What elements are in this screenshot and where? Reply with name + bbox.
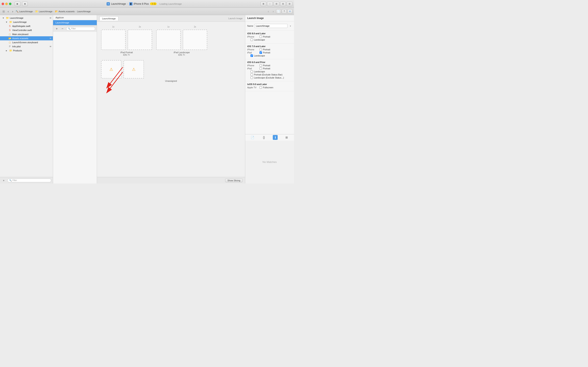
ios6-ipad-portrait-cb[interactable] bbox=[259, 67, 262, 70]
section-ios6: iOS 6.0 and Prior iPhone Portrait iPad P… bbox=[245, 59, 294, 81]
unassigned-section: ⚠ ⚠ Unassigned bbox=[101, 60, 241, 82]
tvos9-appletv-label: Apple TV bbox=[247, 86, 259, 89]
sidebar-add-button[interactable]: + bbox=[2, 178, 6, 183]
sidebar-label-assets: Assets.xcassets bbox=[12, 37, 49, 40]
app-icon: ⚙ bbox=[107, 2, 110, 6]
toolbar-right-btn-2[interactable]: ? bbox=[282, 9, 287, 14]
asset-filter-input[interactable]: 🔍 Filter bbox=[66, 27, 95, 31]
close-button[interactable] bbox=[2, 3, 4, 5]
unassigned-box-1[interactable]: ⚠ bbox=[101, 60, 121, 78]
right-panel: Launch Image Name ▾ iOS 8.0 and Later iP… bbox=[245, 15, 294, 184]
right-panel-no-matches: No Matches bbox=[245, 141, 294, 184]
sidebar-item-launch-image-child[interactable]: ▶ 📁 LaunchImage bbox=[0, 20, 53, 24]
breadcrumb-item-2[interactable]: 📁 LaunchImage bbox=[35, 10, 52, 13]
ipad-portrait-section: 1x 2x iPad PortraitiOS 7+ bbox=[101, 26, 152, 56]
ios6-ipad-portrait-exclude-cb[interactable] bbox=[251, 73, 253, 76]
nav-back-icon[interactable]: ‹ bbox=[6, 9, 10, 13]
ipad-portrait-box-2x[interactable] bbox=[128, 30, 152, 50]
ipad-landscape-1x: 1x bbox=[156, 26, 181, 50]
nav-grid-icon[interactable]: ⊞ bbox=[2, 9, 6, 13]
rpb-info-btn[interactable]: ℹ bbox=[273, 135, 278, 140]
sidebar-item-launch-image-root[interactable]: ▶ 📁 LaunchImage M bbox=[0, 16, 53, 20]
ios7-ipad-landscape-cb[interactable] bbox=[251, 54, 253, 57]
ios7-ipad-landscape-row: Landscape bbox=[247, 54, 292, 57]
rpb-code-btn[interactable]: {} bbox=[261, 135, 267, 140]
sidebar-item-appdelegate[interactable]: S AppDelegate.swift bbox=[0, 24, 53, 28]
ios8-iphone-portrait-cb[interactable] bbox=[259, 35, 262, 38]
run-button[interactable]: ▶ bbox=[15, 2, 20, 6]
ios6-ipad-landscape-cb[interactable] bbox=[251, 70, 253, 73]
ios6-iphone-portrait-cb[interactable] bbox=[259, 64, 262, 67]
asset-list-bottom: + − 🔍 Filter bbox=[53, 25, 97, 32]
ipad-landscape-box-1x[interactable] bbox=[156, 30, 181, 50]
traffic-lights bbox=[2, 3, 11, 5]
stop-button[interactable]: ■ bbox=[22, 2, 28, 6]
ios6-ipad-portrait-row: iPad Portrait bbox=[247, 67, 292, 70]
right-panel-spacer bbox=[245, 91, 294, 134]
unassigned-box-2[interactable]: ⚠ bbox=[123, 60, 144, 78]
asset-add-button[interactable]: + bbox=[55, 27, 59, 31]
warning-triangle-icon: ⚠️ bbox=[151, 3, 154, 5]
breadcrumb-item-1[interactable]: 🔨 LaunchImage bbox=[16, 10, 33, 13]
right-panel-name-field: Name ▾ bbox=[247, 24, 292, 28]
title-center: ⚙ LaunchImage › 📱 iPhone 8 Plus ⚠️ 1 Loa… bbox=[29, 2, 259, 6]
breadcrumb-label-4: LaunchImage bbox=[77, 10, 91, 13]
ipad-landscape-label: iPad LandscapeiOS 7+ bbox=[156, 51, 207, 56]
maximize-button[interactable] bbox=[9, 3, 11, 5]
sidebar-tree: ▶ 📁 LaunchImage M ▶ 📁 LaunchImage S AppD… bbox=[0, 15, 53, 177]
ios7-iphone-portrait-cb[interactable] bbox=[259, 48, 262, 51]
content-header: LaunchImage Launch Image bbox=[97, 15, 245, 22]
sidebar-item-infoplist[interactable]: P Info.plist M bbox=[0, 44, 53, 49]
sidebar-item-launchscreen[interactable]: ◻ LaunchScreen.storyboard bbox=[0, 40, 53, 44]
storyboard-icon-launch: ◻ bbox=[8, 41, 11, 44]
right-panel-bottom-toolbar: 📄 {} ℹ ⊞ bbox=[245, 134, 294, 141]
nav-left-icon[interactable]: ‹ bbox=[266, 9, 270, 13]
nav-forward-icon[interactable]: › bbox=[11, 9, 15, 13]
view-toggle-1[interactable]: ⊞ bbox=[260, 2, 266, 6]
minimize-button[interactable] bbox=[5, 3, 8, 5]
sidebar-item-assets[interactable]: 📂 Assets.xcassets M bbox=[0, 36, 53, 40]
folder-icon-root: 📁 bbox=[6, 16, 9, 20]
view-toggle-3[interactable]: ⊟ bbox=[274, 2, 279, 6]
view-toggle-2[interactable]: ↕ bbox=[267, 2, 273, 6]
sidebar-item-main-storyboard[interactable]: ◻ Main.storyboard bbox=[0, 32, 53, 36]
ipad-portrait-box-1x[interactable] bbox=[101, 30, 126, 50]
ipad-landscape-box-2x[interactable] bbox=[183, 30, 207, 50]
ipad-portrait-cells: 1x 2x bbox=[101, 26, 152, 50]
breadcrumb-item-4[interactable]: LaunchImage bbox=[77, 10, 91, 13]
content-area: LaunchImage Launch Image 1x 2x bbox=[97, 15, 245, 184]
breadcrumb-label-3: Assets.xcassets bbox=[59, 10, 75, 13]
tvos9-appletv-fullscreen-cb[interactable] bbox=[259, 86, 262, 89]
build-folder-icon: 🔨 bbox=[16, 10, 18, 13]
content-tab-launchimage[interactable]: LaunchImage bbox=[99, 16, 118, 21]
toolbar-right-btn-1[interactable]: 📄 bbox=[276, 9, 281, 14]
rpb-grid-btn[interactable]: ⊞ bbox=[284, 135, 289, 140]
asset-item-launchimage[interactable]: LaunchImage bbox=[53, 20, 97, 25]
nav-right-icon[interactable]: › bbox=[271, 9, 275, 13]
asset-filter-placeholder: Filter bbox=[71, 27, 76, 30]
asset-item-appicon[interactable]: AppIcon bbox=[53, 15, 97, 20]
sidebar-filter-input[interactable]: 🔍 Filter bbox=[7, 179, 51, 182]
toolbar-right-btn-3[interactable]: ⬇ bbox=[287, 9, 292, 14]
asset-remove-button[interactable]: − bbox=[61, 27, 65, 31]
view-toggle-4[interactable]: ⊟ bbox=[280, 2, 286, 6]
sidebar-item-viewcontroller[interactable]: S ViewController.swift bbox=[0, 28, 53, 32]
ios6-iphone-row: iPhone Portrait bbox=[247, 64, 292, 67]
breadcrumb-item-3[interactable]: 📂 Assets.xcassets bbox=[55, 10, 75, 13]
view-toggle-5[interactable]: ⊟ bbox=[287, 2, 292, 6]
toolbar: ⊞ ‹ › 🔨 LaunchImage › 📁 LaunchImage › 📂 … bbox=[0, 8, 294, 15]
sidebar-label-launchscreen: LaunchScreen.storyboard bbox=[12, 41, 51, 44]
ios6-ipad-landscape-exclude-cb[interactable] bbox=[251, 76, 253, 79]
show-slicing-button[interactable]: Show Slicing bbox=[225, 179, 242, 182]
rpb-document-btn[interactable]: 📄 bbox=[250, 135, 255, 140]
ios7-ipad-portrait-cb[interactable] bbox=[259, 51, 262, 54]
asset-label-launchimage: LaunchImage bbox=[56, 21, 69, 24]
ios8-iphone-landscape-cb[interactable] bbox=[251, 39, 253, 41]
right-panel-dropdown-icon[interactable]: ▾ bbox=[289, 24, 292, 27]
device-icon: 📱 bbox=[129, 2, 132, 6]
triangle-open-icon: ▶ bbox=[2, 16, 5, 20]
sidebar-item-products[interactable]: ▶ 📁 Products bbox=[0, 49, 53, 53]
unassigned-cell-1: ⚠ bbox=[101, 60, 121, 78]
swift-icon-appdelegate: S bbox=[8, 25, 11, 28]
right-panel-name-input[interactable] bbox=[254, 24, 287, 28]
